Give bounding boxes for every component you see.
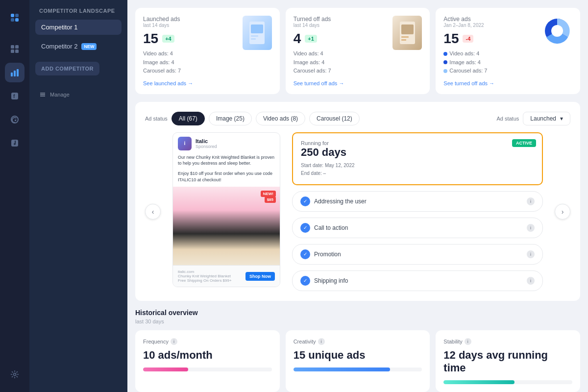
svg-rect-8 xyxy=(11,73,13,76)
menu-label: Manage xyxy=(50,92,70,98)
left-panel: Competitor landscape Competitor 1 Compet… xyxy=(29,0,127,392)
launched-header: Launched ads last 14 days xyxy=(143,16,272,28)
stats-row: Launched ads last 14 days 15 xyxy=(135,8,580,94)
creativity-card: Creativity i 15 unique ads xyxy=(286,330,430,392)
menu-item[interactable]: Manage xyxy=(39,91,118,98)
frequency-bar xyxy=(143,368,188,371)
stability-info-icon[interactable]: i xyxy=(465,338,471,345)
filter-video[interactable]: Video ads (8) xyxy=(256,112,305,125)
svg-rect-25 xyxy=(401,36,409,38)
active-title: Active ads xyxy=(443,16,484,23)
start-date: Start date: May 12, 2022 xyxy=(301,162,534,170)
ad-status-label-2: Ad status xyxy=(496,116,519,122)
tag-addressing-label: Addressing the user xyxy=(314,198,367,205)
check-icon-4: ✓ xyxy=(300,276,310,286)
prev-ad-button[interactable]: ‹ xyxy=(145,204,161,220)
ad-image: NEW! $85 xyxy=(173,187,280,265)
turned-off-header: Turned off ads last 14 days xyxy=(294,16,422,28)
pie-chart xyxy=(540,14,574,48)
turned-off-link[interactable]: See turned off ads → xyxy=(294,80,422,86)
creativity-info-icon[interactable]: i xyxy=(318,338,325,345)
svg-rect-6 xyxy=(11,49,14,53)
panel-title: Competitor landscape xyxy=(35,6,122,16)
tag-shipping-info[interactable]: ✓ Shipping info i xyxy=(292,270,543,291)
info-icon-2[interactable]: i xyxy=(527,224,535,232)
svg-rect-4 xyxy=(11,45,14,49)
chevron-down-icon: ▾ xyxy=(560,115,563,122)
fb-ad-header: i Italic Sponsored xyxy=(173,133,280,154)
sponsored-label: Sponsored xyxy=(196,144,217,149)
svg-rect-10 xyxy=(17,69,19,76)
frequency-info-icon[interactable]: i xyxy=(171,338,177,345)
nav-google-icon[interactable] xyxy=(5,110,24,129)
brand-name: Italic xyxy=(196,138,217,144)
tag-call-to-action[interactable]: ✓ Call to action i xyxy=(292,218,543,238)
launched-ads-card: Launched ads last 14 days 15 xyxy=(135,8,280,94)
stability-card: Stability i 12 days avg running time xyxy=(436,330,580,392)
svg-rect-21 xyxy=(251,35,258,37)
competitor-1-item[interactable]: Competitor 1 xyxy=(35,20,122,35)
turned-off-details: Video ads: 4 Image ads: 4 Carousel ads: … xyxy=(294,49,422,75)
launched-badge: +4 xyxy=(162,35,174,43)
info-icon-1[interactable]: i xyxy=(527,197,535,205)
next-ad-button[interactable]: › xyxy=(555,204,570,220)
stability-bar xyxy=(443,380,514,384)
ad-status-label-1: Ad status xyxy=(145,116,168,122)
active-ads-card: Active ads Jan 2–Jan 8, 2022 15 -4 xyxy=(436,8,580,94)
ad-footer-product: Chunky Knit Weighted Blanket xyxy=(178,274,232,278)
ad-body-text: Our new Chunky Knit Weighted Blanket is … xyxy=(173,154,280,171)
frequency-bar-container xyxy=(143,368,272,371)
stability-bar-container xyxy=(443,380,572,384)
tag-promotion-label: Promotion xyxy=(314,251,341,258)
frequency-title: Frequency i xyxy=(143,338,272,345)
creativity-bar-container xyxy=(294,368,422,371)
svg-rect-3 xyxy=(15,18,19,22)
turned-off-badge: +1 xyxy=(305,35,317,43)
info-icon-3[interactable]: i xyxy=(527,250,535,258)
tag-shipping-label: Shipping info xyxy=(314,277,348,284)
tag-addressing-user[interactable]: ✓ Addressing the user i xyxy=(292,191,543,212)
creativity-title: Creativity i xyxy=(294,338,422,345)
turned-off-ads-card: Turned off ads last 14 days 4 xyxy=(286,8,430,94)
ad-preview-area: ‹ i Italic Sponsored Our new Chunky Knit… xyxy=(145,132,570,291)
running-for-card: Running for 250 days ACTIVE Start date: … xyxy=(292,132,543,185)
nav-tiktok-icon[interactable] xyxy=(5,133,24,153)
frequency-card: Frequency i 10 ads/month xyxy=(135,330,280,392)
nav-facebook-icon[interactable]: f xyxy=(5,86,24,106)
analysis-panel: Running for 250 days ACTIVE Start date: … xyxy=(292,132,543,291)
running-dates: Start date: May 12, 2022 End date: – xyxy=(301,162,534,177)
end-date: End date: – xyxy=(301,170,534,177)
price-tag: $85 xyxy=(265,196,276,203)
tag-promotion[interactable]: ✓ Promotion i xyxy=(292,244,543,265)
competitor-2-label: Competitor 2 xyxy=(41,43,77,50)
nav-settings-icon[interactable] xyxy=(5,365,24,384)
svg-rect-22 xyxy=(251,38,256,40)
fb-ad-card: i Italic Sponsored Our new Chunky Knit W… xyxy=(172,132,280,287)
nav-icon-1[interactable] xyxy=(5,39,24,59)
svg-rect-7 xyxy=(15,49,19,53)
filter-image[interactable]: Image (25) xyxy=(209,112,252,125)
active-details: Video ads: 4 Image ads: 4 Carousel ads: … xyxy=(443,49,572,75)
nav-analytics-icon[interactable] xyxy=(5,63,24,82)
launched-dropdown[interactable]: Launched ▾ xyxy=(523,112,570,125)
pie-chart-container xyxy=(540,14,574,50)
filter-carousel[interactable]: Carousel (12) xyxy=(309,112,360,125)
svg-rect-20 xyxy=(251,24,263,33)
svg-rect-9 xyxy=(14,71,16,76)
active-status-badge: ACTIVE xyxy=(512,139,536,147)
main-content: Launched ads last 14 days 15 xyxy=(127,0,588,392)
add-competitor-button[interactable]: ADD COMPETITOR xyxy=(35,62,99,75)
filter-all[interactable]: All (67) xyxy=(172,112,205,125)
svg-rect-26 xyxy=(401,39,406,41)
competitor-2-item[interactable]: Competitor 2 NEW xyxy=(35,39,122,54)
launched-link[interactable]: See launched ads → xyxy=(143,80,272,86)
active-link[interactable]: See turned off ads → xyxy=(443,80,572,86)
historical-title: Historical overview xyxy=(135,309,580,317)
logo-button[interactable] xyxy=(5,8,24,27)
check-icon-1: ✓ xyxy=(300,196,310,206)
active-badge: -4 xyxy=(463,35,473,43)
svg-rect-24 xyxy=(401,24,414,34)
historical-section: Historical overview last 30 days Frequen… xyxy=(135,309,580,392)
info-icon-4[interactable]: i xyxy=(527,277,535,285)
shop-now-button[interactable]: Shop Now xyxy=(245,272,275,281)
